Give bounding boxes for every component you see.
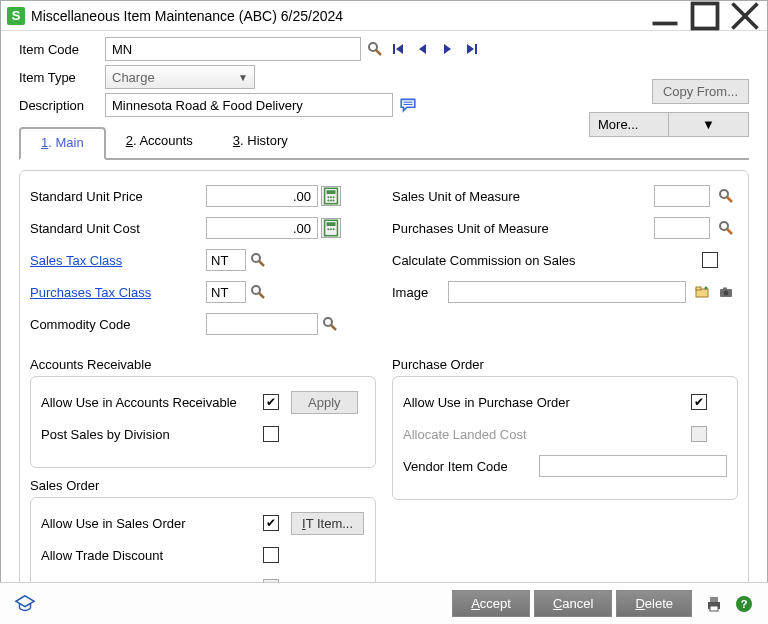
minimize-button[interactable] <box>645 2 685 30</box>
svg-point-26 <box>333 228 335 230</box>
footer-bar: Accept Cancel Delete ? <box>0 582 768 624</box>
search-icon[interactable] <box>365 39 385 59</box>
svg-rect-46 <box>710 606 718 611</box>
ar-allow-checkbox[interactable] <box>263 394 279 410</box>
search-icon[interactable] <box>716 218 736 238</box>
camera-icon[interactable] <box>716 282 736 302</box>
education-icon[interactable] <box>14 593 36 615</box>
svg-point-31 <box>324 318 332 326</box>
tab-accounts[interactable]: 2. Accounts <box>106 127 213 158</box>
sales-tax-class-link[interactable]: Sales Tax Class <box>30 253 122 268</box>
maximize-button[interactable] <box>685 2 725 30</box>
svg-point-16 <box>327 196 329 198</box>
svg-point-41 <box>724 291 729 296</box>
ar-group-title: Accounts Receivable <box>30 357 376 372</box>
app-icon: S <box>7 7 25 25</box>
cancel-button[interactable]: Cancel <box>534 590 612 617</box>
chevron-down-icon: ▼ <box>238 72 248 83</box>
main-panel: Standard Unit Price Standard Unit Cost S… <box>19 170 749 624</box>
commodity-code-input[interactable] <box>206 313 318 335</box>
search-icon[interactable] <box>320 314 340 334</box>
po-group-title: Purchase Order <box>392 357 738 372</box>
prev-record-icon[interactable] <box>413 39 433 59</box>
svg-line-5 <box>376 50 381 55</box>
po-allow-checkbox[interactable] <box>691 394 707 410</box>
purchases-uom-label: Purchases Unit of Measure <box>392 221 654 236</box>
tab-history[interactable]: 3. History <box>213 127 308 158</box>
folder-open-icon[interactable] <box>692 282 712 302</box>
delete-button[interactable]: Delete <box>616 590 692 617</box>
calc-commission-checkbox[interactable] <box>702 252 718 268</box>
search-icon[interactable] <box>248 282 268 302</box>
copy-from-button[interactable]: Copy From... <box>652 79 749 104</box>
svg-rect-1 <box>693 3 718 28</box>
description-label: Description <box>19 98 105 113</box>
help-icon[interactable]: ? <box>734 594 754 614</box>
ar-post-sales-checkbox[interactable] <box>263 426 279 442</box>
calculator-icon[interactable] <box>321 186 341 206</box>
description-input[interactable] <box>105 93 393 117</box>
print-icon[interactable] <box>704 594 724 614</box>
sales-uom-input[interactable] <box>654 185 710 207</box>
svg-line-34 <box>727 197 732 202</box>
svg-rect-11 <box>475 44 477 54</box>
sales-tax-class-input[interactable] <box>206 249 246 271</box>
po-allocate-label: Allocate Landed Cost <box>403 427 691 442</box>
po-allocate-checkbox <box>691 426 707 442</box>
svg-point-18 <box>333 196 335 198</box>
purchases-tax-class-input[interactable] <box>206 281 246 303</box>
item-type-value: Charge <box>112 70 155 85</box>
image-label: Image <box>392 285 448 300</box>
svg-rect-6 <box>393 44 395 54</box>
svg-rect-15 <box>327 190 336 194</box>
item-type-dropdown[interactable]: Charge ▼ <box>105 65 255 89</box>
svg-point-19 <box>327 199 329 201</box>
calc-commission-label: Calculate Commission on Sales <box>392 253 702 268</box>
ar-allow-label: Allow Use in Accounts Receivable <box>41 395 263 410</box>
purchases-uom-input[interactable] <box>654 217 710 239</box>
image-input[interactable] <box>448 281 686 303</box>
next-record-icon[interactable] <box>437 39 457 59</box>
calculator-icon[interactable] <box>321 218 341 238</box>
comment-icon[interactable] <box>399 96 417 114</box>
close-button[interactable] <box>725 2 765 30</box>
tab-strip: 1. Main 2. Accounts 3. History <box>19 127 749 160</box>
svg-point-20 <box>330 199 332 201</box>
so-trade-checkbox[interactable] <box>263 547 279 563</box>
tab-main[interactable]: 1. Main <box>19 127 106 160</box>
svg-rect-42 <box>723 288 727 290</box>
std-unit-price-label: Standard Unit Price <box>30 189 206 204</box>
so-allow-label: Allow Use in Sales Order <box>41 516 263 531</box>
svg-rect-38 <box>696 287 701 290</box>
search-icon[interactable] <box>716 186 736 206</box>
apply-button[interactable]: Apply <box>291 391 358 414</box>
search-icon[interactable] <box>248 250 268 270</box>
item-type-label: Item Type <box>19 70 105 85</box>
so-group-title: Sales Order <box>30 478 376 493</box>
svg-point-21 <box>333 199 335 201</box>
svg-line-30 <box>259 293 264 298</box>
purchases-tax-class-link[interactable]: Purchases Tax Class <box>30 285 151 300</box>
item-code-input[interactable] <box>105 37 361 61</box>
svg-point-33 <box>720 190 728 198</box>
po-panel: Allow Use in Purchase Order Allocate Lan… <box>392 376 738 500</box>
svg-marker-43 <box>16 595 34 606</box>
std-unit-price-input[interactable] <box>206 185 318 207</box>
svg-rect-45 <box>710 597 718 602</box>
svg-point-27 <box>252 254 260 262</box>
svg-point-4 <box>369 43 377 51</box>
first-record-icon[interactable] <box>389 39 409 59</box>
svg-marker-9 <box>444 44 451 54</box>
svg-point-29 <box>252 286 260 294</box>
svg-line-32 <box>331 325 336 330</box>
std-unit-cost-input[interactable] <box>206 217 318 239</box>
sales-uom-label: Sales Unit of Measure <box>392 189 654 204</box>
accept-button[interactable]: Accept <box>452 590 530 617</box>
so-allow-checkbox[interactable] <box>263 515 279 531</box>
svg-point-39 <box>705 287 708 290</box>
po-vendor-item-input[interactable] <box>539 455 727 477</box>
it-item-button[interactable]: IT Item... <box>291 512 364 535</box>
svg-point-25 <box>330 228 332 230</box>
so-trade-label: Allow Trade Discount <box>41 548 263 563</box>
last-record-icon[interactable] <box>461 39 481 59</box>
